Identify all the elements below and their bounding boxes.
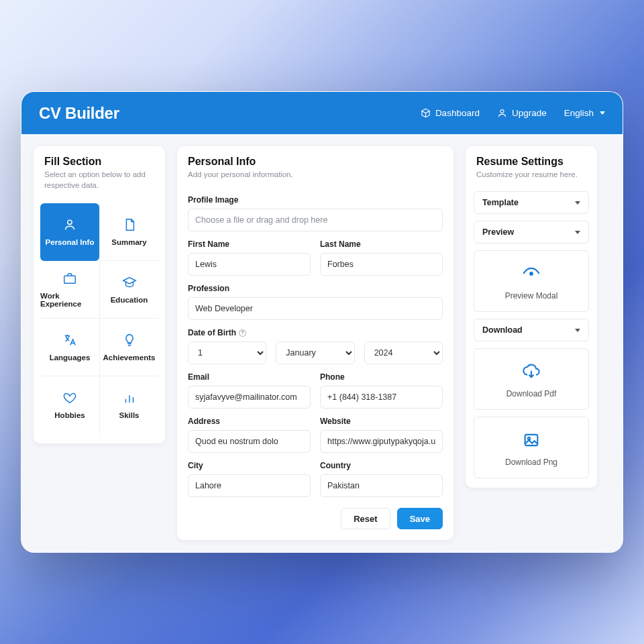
email-input[interactable] [188, 386, 311, 409]
tile-work-experience[interactable]: Work Experience [40, 261, 99, 319]
fill-section-title: Fill Section [44, 156, 154, 168]
tile-education[interactable]: Education [99, 261, 158, 319]
app-window: CV Builder Dashboard Upgrade English Fil… [21, 91, 623, 553]
svg-rect-2 [64, 276, 76, 283]
address-input[interactable] [188, 430, 311, 453]
svg-point-3 [529, 272, 533, 276]
topnav: Dashboard Upgrade English [421, 108, 605, 118]
first-name-input[interactable] [188, 253, 311, 276]
template-accordion[interactable]: Template [474, 191, 589, 214]
resume-settings-subtitle: Customize your resume here. [476, 170, 586, 180]
preview-accordion[interactable]: Preview [474, 221, 589, 244]
resume-settings-panel: Resume Settings Customize your resume he… [466, 146, 597, 488]
dob-year-select[interactable]: 2024 [364, 341, 443, 364]
svg-point-0 [500, 110, 504, 113]
svg-rect-4 [525, 435, 538, 445]
profile-image-dropzone[interactable]: Choose a file or drag and drop here [188, 209, 443, 231]
city-label: City [188, 461, 311, 470]
tile-personal-info[interactable]: Personal Info [40, 203, 99, 261]
personal-info-title: Personal Info [188, 156, 443, 168]
tile-summary[interactable]: Summary [99, 203, 158, 261]
briefcase-icon [62, 271, 77, 286]
user-icon [497, 108, 507, 118]
heart-icon [62, 390, 77, 405]
phone-input[interactable] [320, 386, 443, 409]
country-label: Country [320, 461, 443, 470]
dob-label: Date of Birth ? [188, 328, 443, 337]
resume-settings-title: Resume Settings [476, 156, 586, 168]
upgrade-link[interactable]: Upgrade [497, 108, 547, 118]
phone-label: Phone [320, 372, 443, 382]
dashboard-label: Dashboard [435, 108, 480, 118]
translate-icon [62, 333, 77, 347]
preview-modal-button[interactable]: Preview Modal [474, 250, 589, 312]
tile-skills[interactable]: Skills [99, 376, 158, 434]
address-label: Address [188, 417, 311, 426]
first-name-label: First Name [188, 239, 311, 249]
document-icon [122, 217, 137, 232]
last-name-label: Last Name [320, 239, 443, 249]
last-name-input[interactable] [320, 253, 443, 276]
profession-input[interactable] [188, 297, 443, 320]
reset-button[interactable]: Reset [341, 508, 390, 529]
svg-point-1 [68, 220, 72, 224]
dob-day-select[interactable]: 1 [188, 341, 266, 364]
person-icon [62, 217, 77, 232]
dob-month-select[interactable]: January [276, 341, 354, 364]
eye-icon [521, 264, 541, 283]
chevron-down-icon [575, 201, 580, 205]
language-select[interactable]: English [564, 108, 605, 118]
personal-info-subtitle: Add your personal information. [188, 170, 443, 180]
graduation-cap-icon [122, 275, 137, 290]
topbar: CV Builder Dashboard Upgrade English [21, 92, 623, 134]
save-button[interactable]: Save [397, 508, 443, 529]
fill-section-panel: Fill Section Select an option below to a… [34, 146, 165, 443]
main-body: Fill Section Select an option below to a… [21, 134, 623, 552]
language-label: English [564, 108, 594, 118]
image-icon [521, 431, 541, 449]
website-input[interactable] [320, 430, 443, 453]
tile-languages[interactable]: Languages [40, 319, 99, 376]
personal-info-panel: Personal Info Add your personal informat… [177, 146, 453, 540]
profile-image-label: Profile Image [188, 195, 443, 205]
tile-hobbies[interactable]: Hobbies [40, 376, 99, 434]
cube-icon [421, 108, 431, 118]
chevron-down-icon [575, 231, 580, 234]
upgrade-label: Upgrade [512, 108, 547, 118]
chevron-down-icon [575, 329, 580, 332]
chevron-down-icon [600, 111, 605, 115]
email-label: Email [188, 372, 311, 382]
download-pdf-button[interactable]: Download Pdf [474, 348, 589, 410]
profession-label: Profession [188, 284, 443, 293]
lightbulb-icon [122, 333, 137, 347]
cloud-download-icon [521, 362, 541, 381]
country-input[interactable] [320, 474, 443, 497]
fill-section-subtitle: Select an option below to add respective… [44, 170, 154, 191]
bar-chart-icon [122, 390, 137, 405]
dashboard-link[interactable]: Dashboard [421, 108, 480, 118]
download-png-button[interactable]: Download Png [474, 417, 589, 478]
brand-title: CV Builder [39, 104, 119, 123]
city-input[interactable] [188, 474, 311, 497]
download-accordion[interactable]: Download [474, 319, 589, 341]
help-icon[interactable]: ? [239, 329, 246, 337]
tile-achievements[interactable]: Achievements [99, 319, 158, 376]
website-label: Website [320, 417, 443, 426]
